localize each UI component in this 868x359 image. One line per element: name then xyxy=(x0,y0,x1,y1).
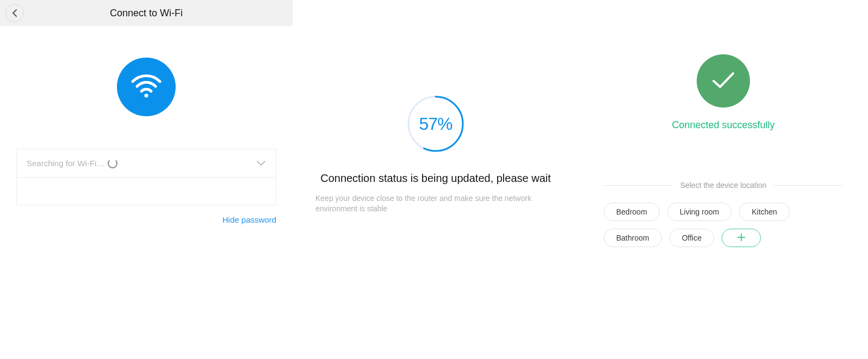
chevron-down-icon xyxy=(256,160,266,167)
wifi-select-label: Searching for Wi-Fi… xyxy=(27,159,104,168)
wifi-form: Searching for Wi-Fi… xyxy=(16,149,276,205)
location-chip-living-room[interactable]: Living room xyxy=(667,203,731,221)
progress-ring: 57% xyxy=(407,95,464,153)
location-chip-bathroom[interactable]: Bathroom xyxy=(604,229,662,247)
connecting-title: Connection status is being updated, plea… xyxy=(293,172,579,185)
success-badge xyxy=(697,54,750,108)
location-divider-label: Select the device location xyxy=(680,181,767,190)
header-bar: Connect to Wi-Fi xyxy=(0,0,293,26)
chevron-left-icon xyxy=(12,9,17,17)
check-icon xyxy=(710,70,736,92)
location-chip-office[interactable]: Office xyxy=(669,229,714,247)
add-location-button[interactable] xyxy=(722,229,761,247)
connect-wifi-panel: Connect to Wi-Fi Searching for Wi-Fi… H xyxy=(0,0,293,359)
connected-status-text: Connected successfully xyxy=(579,119,868,131)
wifi-network-dropdown[interactable]: Searching for Wi-Fi… xyxy=(16,149,276,177)
location-divider: Select the device location xyxy=(604,181,843,190)
page-title: Connect to Wi-Fi xyxy=(0,8,293,19)
plus-icon xyxy=(737,234,745,243)
connecting-subtitle: Keep your device close to the router and… xyxy=(315,193,556,214)
progress-percent-text: 57% xyxy=(407,95,464,153)
divider-line xyxy=(774,185,843,186)
back-button[interactable] xyxy=(5,4,24,22)
location-chip-bedroom[interactable]: Bedroom xyxy=(604,203,660,221)
connected-panel: Connected successfully Select the device… xyxy=(579,0,868,359)
wifi-icon xyxy=(131,74,162,100)
wifi-password-input[interactable] xyxy=(16,177,276,205)
connecting-panel: 57% Connection status is being updated, … xyxy=(293,0,579,359)
location-chip-kitchen[interactable]: Kitchen xyxy=(739,203,790,221)
spinner-icon xyxy=(108,159,117,168)
wifi-badge xyxy=(117,58,176,116)
hide-password-link[interactable]: Hide password xyxy=(16,215,276,224)
divider-line xyxy=(604,185,673,186)
svg-point-0 xyxy=(145,94,148,98)
location-chip-group: Bedroom Living room Kitchen Bathroom Off… xyxy=(604,203,843,247)
